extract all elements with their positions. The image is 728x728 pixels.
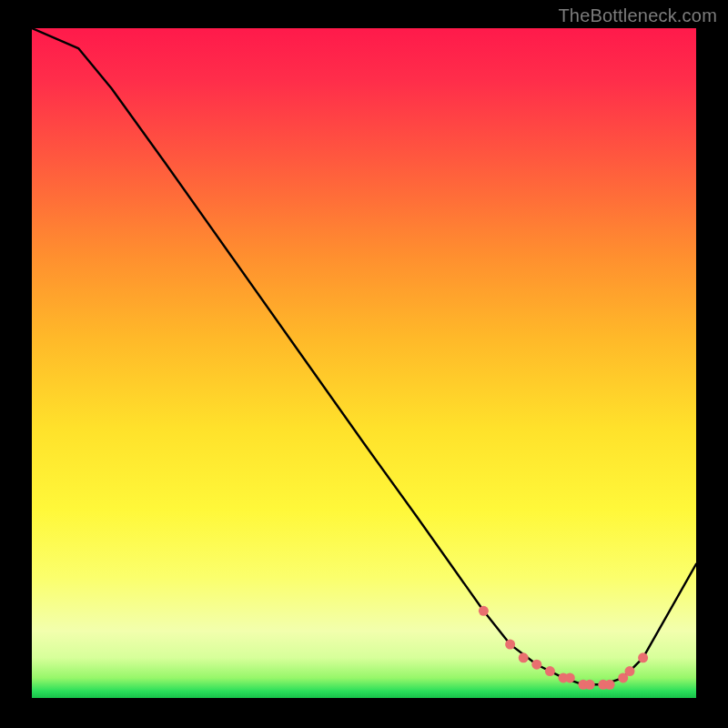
marker-dot bbox=[519, 652, 529, 662]
marker-dot bbox=[479, 606, 489, 616]
plot-area bbox=[32, 28, 696, 698]
marker-dot bbox=[531, 660, 541, 670]
marker-dot bbox=[585, 680, 595, 690]
chart-svg bbox=[32, 28, 696, 698]
marker-dot bbox=[505, 640, 515, 650]
flat-region-markers bbox=[479, 606, 648, 690]
marker-dot bbox=[625, 666, 635, 676]
marker-dot bbox=[605, 680, 615, 690]
watermark-text: TheBottleneck.com bbox=[558, 5, 717, 26]
marker-dot bbox=[638, 652, 648, 662]
bottleneck-curve bbox=[32, 28, 696, 684]
chart-stage: TheBottleneck.com bbox=[0, 0, 728, 728]
marker-dot bbox=[545, 666, 555, 676]
marker-dot bbox=[565, 672, 575, 682]
